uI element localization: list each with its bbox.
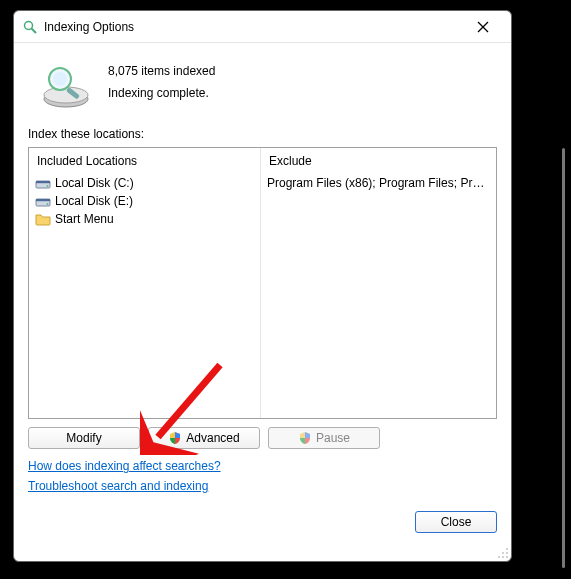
pause-button-label: Pause xyxy=(316,431,350,445)
svg-point-15 xyxy=(506,548,508,550)
svg-point-11 xyxy=(47,185,49,187)
modify-button[interactable]: Modify xyxy=(28,427,140,449)
items-indexed-count: 8,075 items indexed xyxy=(108,61,215,83)
list-item[interactable]: Local Disk (C:) xyxy=(35,174,254,192)
list-item-label: Local Disk (E:) xyxy=(55,194,133,208)
indexing-options-window: Indexing Options 8,075 items indexed xyxy=(13,10,512,562)
svg-point-19 xyxy=(502,556,504,558)
close-button[interactable]: Close xyxy=(415,511,497,533)
locations-list: Included Locations Local Disk (C:)Local … xyxy=(28,147,497,419)
how-indexing-link[interactable]: How does indexing affect searches? xyxy=(28,459,221,473)
close-button-label: Close xyxy=(441,515,472,529)
svg-point-18 xyxy=(498,556,500,558)
svg-rect-13 xyxy=(36,199,50,201)
advanced-button-label: Advanced xyxy=(186,431,239,445)
footer: Close xyxy=(28,511,497,533)
list-item[interactable]: Program Files (x86); Program Files; Prog… xyxy=(267,174,490,192)
svg-point-0 xyxy=(25,21,33,29)
resize-grip-icon[interactable] xyxy=(497,547,509,559)
window-title: Indexing Options xyxy=(44,20,463,34)
status-text: 8,075 items indexed Indexing complete. xyxy=(108,59,215,104)
indexing-state: Indexing complete. xyxy=(108,83,215,105)
list-item[interactable]: Start Menu xyxy=(35,210,254,228)
list-item-label: Start Menu xyxy=(55,212,114,226)
svg-rect-10 xyxy=(36,181,50,183)
shield-icon xyxy=(298,431,312,445)
svg-point-5 xyxy=(44,87,88,103)
advanced-button[interactable]: Advanced xyxy=(148,427,260,449)
shield-icon xyxy=(168,431,182,445)
included-column: Included Locations Local Disk (C:)Local … xyxy=(29,148,261,418)
search-indexing-icon xyxy=(22,19,38,35)
magnifier-disk-icon xyxy=(38,61,94,109)
list-item-label: Program Files (x86); Program Files; Prog… xyxy=(267,176,487,190)
disk-icon xyxy=(35,193,51,209)
list-item-label: Local Disk (C:) xyxy=(55,176,134,190)
pause-button: Pause xyxy=(268,427,380,449)
svg-point-7 xyxy=(53,72,67,86)
svg-line-1 xyxy=(32,28,37,33)
index-locations-label: Index these locations: xyxy=(28,127,497,141)
close-icon[interactable] xyxy=(463,13,503,41)
svg-point-17 xyxy=(506,552,508,554)
list-item[interactable] xyxy=(267,210,490,228)
list-item[interactable]: Local Disk (E:) xyxy=(35,192,254,210)
svg-point-14 xyxy=(47,203,49,205)
scrollbar-fragment xyxy=(562,148,565,568)
svg-point-20 xyxy=(506,556,508,558)
exclude-column: Exclude Program Files (x86); Program Fil… xyxy=(261,148,496,418)
content-area: 8,075 items indexed Indexing complete. I… xyxy=(14,43,511,561)
modify-button-label: Modify xyxy=(66,431,101,445)
troubleshoot-link[interactable]: Troubleshoot search and indexing xyxy=(28,479,208,493)
folder-icon xyxy=(35,211,51,227)
help-links: How does indexing affect searches? Troub… xyxy=(28,459,497,493)
titlebar: Indexing Options xyxy=(14,11,511,43)
included-header: Included Locations xyxy=(29,148,260,174)
disk-icon xyxy=(35,175,51,191)
exclude-header: Exclude xyxy=(261,148,496,174)
svg-point-16 xyxy=(502,552,504,554)
status-row: 8,075 items indexed Indexing complete. xyxy=(28,53,497,121)
buttons-row: Modify Advanced xyxy=(28,427,497,449)
list-item[interactable] xyxy=(267,192,490,210)
